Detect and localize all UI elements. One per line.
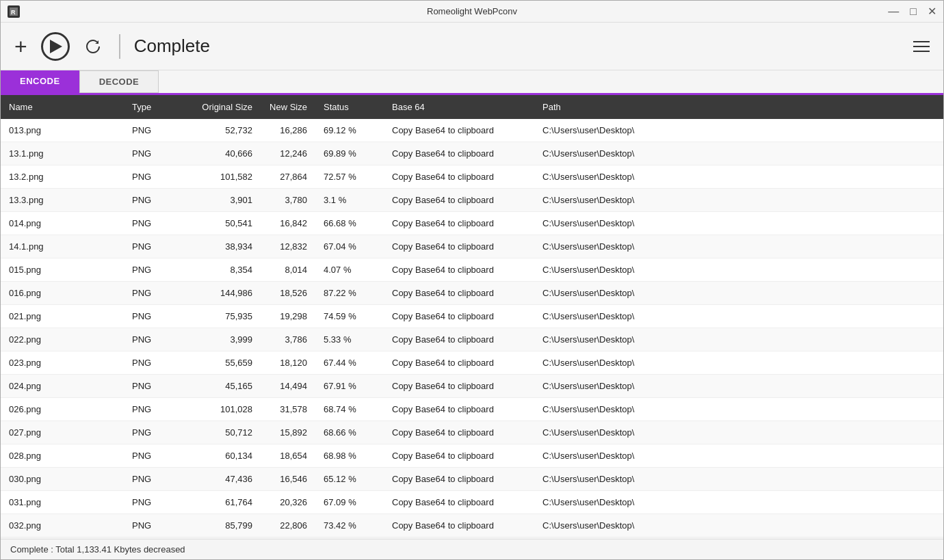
cell-original-size: 85,799 <box>179 514 261 537</box>
copy-base64-button[interactable]: Copy Base64 to clipboard <box>384 165 534 189</box>
table-row: 13.2.pngPNG101,58227,86472.57 %Copy Base… <box>1 165 943 189</box>
cell-name: 13.1.png <box>1 142 124 165</box>
title-bar-left: R <box>8 5 20 18</box>
copy-base64-button[interactable]: Copy Base64 to clipboard <box>384 119 534 142</box>
copy-base64-button[interactable]: Copy Base64 to clipboard <box>384 142 534 165</box>
cell-original-size: 45,165 <box>179 375 261 398</box>
cell-status: 68.66 % <box>315 421 384 444</box>
cell-new-size: 8,014 <box>261 258 315 282</box>
cell-new-size: 18,654 <box>261 444 315 468</box>
file-table-container[interactable]: Name Type Original Size New Size Status … <box>1 95 943 539</box>
cell-name: 13.2.png <box>1 165 124 189</box>
header-base64: Base 64 <box>384 95 534 119</box>
cell-original-size: 50,541 <box>179 212 261 235</box>
status-bar: Complete : Total 1,133.41 Kbytes decreas… <box>1 539 943 559</box>
cell-status: 74.59 % <box>315 305 384 328</box>
minimize-button[interactable]: ― <box>888 5 899 18</box>
window-title: Romeolight WebPconv <box>427 6 517 16</box>
cell-type: PNG <box>124 258 179 282</box>
cell-name: 031.png <box>1 491 124 514</box>
file-table: Name Type Original Size New Size Status … <box>1 95 943 537</box>
cell-type: PNG <box>124 189 179 212</box>
cell-new-size: 20,326 <box>261 491 315 514</box>
cell-name: 024.png <box>1 375 124 398</box>
cell-status: 65.12 % <box>315 468 384 491</box>
table-row: 032.pngPNG85,79922,80673.42 %Copy Base64… <box>1 514 943 537</box>
refresh-button[interactable] <box>81 34 105 59</box>
copy-base64-button[interactable]: Copy Base64 to clipboard <box>384 421 534 444</box>
copy-base64-button[interactable]: Copy Base64 to clipboard <box>384 189 534 212</box>
header-original-size: Original Size <box>179 95 261 119</box>
cell-name: 030.png <box>1 468 124 491</box>
cell-path: C:\Users\user\Desktop\ <box>534 444 943 468</box>
hamburger-icon <box>913 46 930 47</box>
copy-base64-button[interactable]: Copy Base64 to clipboard <box>384 258 534 282</box>
cell-name: 13.3.png <box>1 189 124 212</box>
cell-name: 013.png <box>1 119 124 142</box>
copy-base64-button[interactable]: Copy Base64 to clipboard <box>384 491 534 514</box>
copy-base64-button[interactable]: Copy Base64 to clipboard <box>384 444 534 468</box>
cell-name: 14.1.png <box>1 235 124 258</box>
copy-base64-button[interactable]: Copy Base64 to clipboard <box>384 398 534 421</box>
add-button[interactable]: + <box>12 33 30 60</box>
status-text: Complete : Total 1,133.41 Kbytes decreas… <box>10 544 185 555</box>
cell-name: 022.png <box>1 328 124 351</box>
cell-path: C:\Users\user\Desktop\ <box>534 235 943 258</box>
cell-path: C:\Users\user\Desktop\ <box>534 305 943 328</box>
cell-path: C:\Users\user\Desktop\ <box>534 351 943 375</box>
copy-base64-button[interactable]: Copy Base64 to clipboard <box>384 305 534 328</box>
copy-base64-button[interactable]: Copy Base64 to clipboard <box>384 212 534 235</box>
copy-base64-button[interactable]: Copy Base64 to clipboard <box>384 235 534 258</box>
table-row: 031.pngPNG61,76420,32667.09 %Copy Base64… <box>1 491 943 514</box>
cell-name: 021.png <box>1 305 124 328</box>
cell-path: C:\Users\user\Desktop\ <box>534 258 943 282</box>
copy-base64-button[interactable]: Copy Base64 to clipboard <box>384 282 534 305</box>
maximize-button[interactable]: □ <box>910 5 917 18</box>
cell-original-size: 60,134 <box>179 444 261 468</box>
copy-base64-button[interactable]: Copy Base64 to clipboard <box>384 328 534 351</box>
table-row: 016.pngPNG144,98618,52687.22 %Copy Base6… <box>1 282 943 305</box>
menu-button[interactable] <box>910 38 932 55</box>
cell-new-size: 12,832 <box>261 235 315 258</box>
cell-original-size: 101,582 <box>179 165 261 189</box>
play-button[interactable] <box>41 32 70 61</box>
tab-encode[interactable]: ENCODE <box>1 70 79 93</box>
copy-base64-button[interactable]: Copy Base64 to clipboard <box>384 514 534 537</box>
cell-name: 026.png <box>1 398 124 421</box>
table-header-row: Name Type Original Size New Size Status … <box>1 95 943 119</box>
table-row: 021.pngPNG75,93519,29874.59 %Copy Base64… <box>1 305 943 328</box>
cell-original-size: 8,354 <box>179 258 261 282</box>
cell-original-size: 101,028 <box>179 398 261 421</box>
hamburger-icon <box>913 51 930 52</box>
title-bar: R Romeolight WebPconv ― □ ✕ <box>1 1 943 23</box>
main-window: R Romeolight WebPconv ― □ ✕ + Complete <box>0 0 944 560</box>
cell-new-size: 16,546 <box>261 468 315 491</box>
table-row: 014.pngPNG50,54116,84266.68 %Copy Base64… <box>1 212 943 235</box>
copy-base64-button[interactable]: Copy Base64 to clipboard <box>384 375 534 398</box>
cell-new-size: 15,892 <box>261 421 315 444</box>
cell-status: 66.68 % <box>315 212 384 235</box>
cell-new-size: 16,842 <box>261 212 315 235</box>
svg-text:R: R <box>11 9 16 16</box>
cell-type: PNG <box>124 282 179 305</box>
cell-original-size: 61,764 <box>179 491 261 514</box>
refresh-icon <box>83 37 103 56</box>
cell-type: PNG <box>124 421 179 444</box>
cell-type: PNG <box>124 212 179 235</box>
cell-original-size: 55,659 <box>179 351 261 375</box>
cell-path: C:\Users\user\Desktop\ <box>534 514 943 537</box>
cell-status: 73.42 % <box>315 514 384 537</box>
cell-original-size: 38,934 <box>179 235 261 258</box>
table-row: 026.pngPNG101,02831,57868.74 %Copy Base6… <box>1 398 943 421</box>
tab-decode[interactable]: DECODE <box>79 70 159 93</box>
table-row: 13.3.pngPNG3,9013,7803.1 %Copy Base64 to… <box>1 189 943 212</box>
toolbar-status: Complete <box>134 36 210 57</box>
copy-base64-button[interactable]: Copy Base64 to clipboard <box>384 351 534 375</box>
close-button[interactable]: ✕ <box>928 5 936 18</box>
cell-status: 67.09 % <box>315 491 384 514</box>
toolbar-divider <box>119 34 120 59</box>
cell-status: 67.44 % <box>315 351 384 375</box>
table-row: 022.pngPNG3,9993,7865.33 %Copy Base64 to… <box>1 328 943 351</box>
copy-base64-button[interactable]: Copy Base64 to clipboard <box>384 468 534 491</box>
play-icon <box>50 40 62 53</box>
